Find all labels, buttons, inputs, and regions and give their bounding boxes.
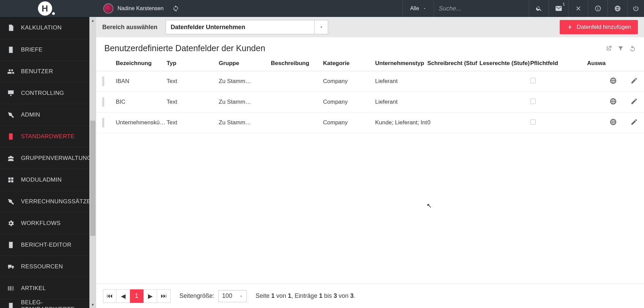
- nav-gruppenverwaltung[interactable]: GRUPPENVERWALTUNG: [0, 147, 90, 169]
- cell-gruppe: Zu Stamm…: [219, 99, 271, 105]
- col-typ[interactable]: Typ: [167, 60, 219, 67]
- globe-icon[interactable]: [609, 118, 617, 126]
- search-wrap: [434, 0, 529, 17]
- scroll-down-icon[interactable]: ▾: [89, 301, 96, 308]
- export-icon[interactable]: [605, 45, 612, 52]
- drag-handle-icon[interactable]: [102, 118, 104, 127]
- info-button[interactable]: [588, 0, 607, 17]
- nav-beleg-standardwerte[interactable]: BELEG-STANDARDWERTE: [0, 299, 90, 308]
- close-button[interactable]: [568, 0, 588, 17]
- globe-icon[interactable]: [609, 77, 617, 84]
- cell-bezeichnung: BIC: [116, 99, 167, 105]
- pflicht-checkbox[interactable]: [530, 99, 536, 104]
- nav-kalkulation[interactable]: KALKULATION: [0, 17, 90, 39]
- user-block[interactable]: Nadine Karstensen: [103, 3, 179, 14]
- mail-button[interactable]: 1: [549, 0, 568, 17]
- sync-icon[interactable]: [172, 5, 179, 12]
- nav-controlling[interactable]: CONTROLLING: [0, 82, 90, 104]
- page-title: Benutzerdefinierte Datenfelder der Kunde…: [104, 43, 265, 53]
- page-first-button[interactable]: ⏮: [103, 289, 116, 303]
- cell-typ: Text: [167, 99, 219, 105]
- topbar: H Nadine Karstensen Alle 1: [0, 0, 644, 17]
- col-pflichtfeld[interactable]: Pflichtfeld: [530, 60, 587, 67]
- cursor-icon: ↖: [427, 202, 432, 209]
- edit-icon[interactable]: [630, 98, 638, 105]
- main: Bereich auswählen Datenfelder Unternehme…: [96, 17, 644, 308]
- cell-bezeichnung: IBAN: [116, 78, 167, 85]
- chevron-down-icon: [423, 6, 427, 11]
- nav-bericht-editor[interactable]: BERICHT-EDITOR: [0, 234, 90, 255]
- pager: ⏮ ◀ 1 ▶ ⏭ Seitengröße: 100 Seite 1 von 1…: [96, 284, 644, 308]
- subheader: Bereich auswählen Datenfelder Unternehme…: [96, 17, 644, 37]
- edit-icon[interactable]: [630, 77, 638, 84]
- nav-admin[interactable]: ADMIN: [0, 104, 90, 125]
- plus-icon: [566, 24, 573, 30]
- chevron-down-icon: [239, 294, 243, 298]
- globe-button[interactable]: [607, 0, 627, 17]
- pagesize-dropdown[interactable]: 100: [218, 290, 247, 302]
- power-button[interactable]: [627, 0, 644, 17]
- page-title-row: Benutzerdefinierte Datenfelder der Kunde…: [96, 37, 644, 56]
- col-leserechte[interactable]: Leserechte (Stufe): [479, 60, 530, 67]
- frame-scrollbar[interactable]: ▴ ▾: [89, 17, 96, 308]
- add-datafield-button[interactable]: Datenfeld hinzufügen: [560, 20, 638, 34]
- pflicht-checkbox[interactable]: [530, 119, 536, 125]
- nav-label: BELEG-STANDARDWERTE: [21, 299, 83, 308]
- drag-handle-icon[interactable]: [102, 77, 104, 86]
- datafields-grid: Bezeichnung Typ Gruppe Beschreibung Kate…: [96, 56, 644, 133]
- grid-header: Bezeichnung Typ Gruppe Beschreibung Kate…: [96, 56, 644, 71]
- nav-moduladmin[interactable]: MODULADMIN: [0, 169, 90, 190]
- nav-briefe[interactable]: BRIEFE: [0, 39, 90, 60]
- nav-label: STANDARDWERTE: [21, 133, 75, 140]
- search-scope-label: Alle: [410, 5, 419, 12]
- page-current[interactable]: 1: [130, 289, 144, 303]
- col-schreibrecht[interactable]: Schreibrecht (Stuf: [427, 60, 479, 67]
- add-datafield-label: Datenfeld hinzufügen: [577, 24, 631, 30]
- nav-workflows[interactable]: WORKFLOWS: [0, 212, 90, 234]
- nav-label: BENUTZER: [21, 68, 53, 75]
- search-input[interactable]: [434, 0, 529, 17]
- nav-artikel[interactable]: ARTIKEL: [0, 277, 90, 299]
- page-prev-button[interactable]: ◀: [116, 289, 130, 303]
- table-row[interactable]: IBAN Text Zu Stamm… Company Lieferant: [96, 71, 644, 92]
- col-unternehmenstyp[interactable]: Unternehmenstyp: [375, 60, 427, 67]
- scroll-up-icon[interactable]: ▴: [89, 17, 96, 24]
- area-dropdown-toggle[interactable]: [315, 20, 328, 34]
- refresh-icon[interactable]: [629, 45, 636, 52]
- cell-unternehmenstyp: Lieferant: [375, 99, 427, 105]
- col-beschreibung[interactable]: Beschreibung: [271, 60, 323, 67]
- nav-label: RESSOURCEN: [21, 263, 63, 270]
- edit-icon[interactable]: [630, 118, 638, 126]
- pflicht-checkbox[interactable]: [530, 78, 536, 83]
- area-dropdown[interactable]: Datenfelder Unternehmen: [166, 20, 328, 34]
- nav-label: VERRECHNUNGSSÄTZE: [21, 198, 90, 205]
- page-next-button[interactable]: ▶: [144, 289, 157, 303]
- col-bezeichnung[interactable]: Bezeichnung: [116, 60, 167, 67]
- col-kategorie[interactable]: Kategorie: [323, 60, 375, 67]
- nav-ressourcen[interactable]: RESSOURCEN: [0, 255, 90, 277]
- nav-standardwerte[interactable]: STANDARDWERTE: [0, 125, 90, 147]
- user-name: Nadine Karstensen: [117, 5, 164, 12]
- drag-handle-icon[interactable]: [102, 97, 104, 107]
- sidenav: KALKULATION BRIEFE BENUTZER CONTROLLING …: [0, 17, 90, 308]
- nav-label: MODULADMIN: [21, 177, 62, 183]
- globe-icon[interactable]: [609, 98, 617, 105]
- cell-kategorie: Company: [323, 78, 375, 85]
- search-scope-dropdown[interactable]: Alle: [403, 0, 434, 17]
- table-row[interactable]: Unternehmenskürze Text Zu Stamm… Company…: [96, 112, 644, 133]
- cell-typ: Text: [167, 78, 219, 85]
- nav-label: BERICHT-EDITOR: [21, 242, 71, 248]
- mail-badge: 1: [563, 2, 565, 6]
- app-logo[interactable]: H: [0, 0, 90, 17]
- nav-verrechnungssaetze[interactable]: VERRECHNUNGSSÄTZE: [0, 190, 90, 212]
- nav-label: WORKFLOWS: [21, 220, 61, 227]
- table-row[interactable]: BIC Text Zu Stamm… Company Lieferant: [96, 92, 644, 112]
- cell-schreibrecht: 0: [427, 119, 479, 126]
- scroll-thumb[interactable]: [90, 121, 95, 236]
- col-auswa[interactable]: Auswa: [587, 60, 609, 67]
- col-gruppe[interactable]: Gruppe: [219, 60, 271, 67]
- nav-benutzer[interactable]: BENUTZER: [0, 60, 90, 82]
- page-last-button[interactable]: ⏭: [157, 289, 171, 303]
- filter-icon[interactable]: [618, 45, 624, 52]
- search-button[interactable]: [529, 0, 549, 17]
